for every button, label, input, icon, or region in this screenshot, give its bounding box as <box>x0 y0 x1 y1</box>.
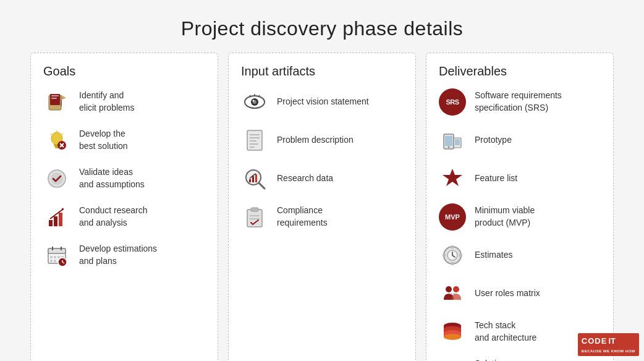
identify-icon <box>43 88 70 116</box>
svg-rect-19 <box>54 216 57 226</box>
svg-marker-62 <box>443 169 462 186</box>
svg-rect-27 <box>54 256 56 258</box>
list-item: Research data <box>241 165 403 192</box>
svg-marker-5 <box>61 95 66 100</box>
goals-heading: Goals <box>43 64 205 79</box>
goals-column: Goals Identify andelicit problems <box>30 53 218 361</box>
svg-rect-65 <box>451 245 454 248</box>
estimates-label: Estimates <box>475 249 512 261</box>
list-item: Problem description <box>241 127 403 154</box>
list-item: SRS Software requirementsspecification (… <box>439 88 601 116</box>
research-label: Conduct researchand analysis <box>79 205 148 229</box>
input-artifacts-heading: Input artifacts <box>241 64 403 79</box>
validate-icon <box>43 165 70 192</box>
svg-rect-54 <box>251 208 258 211</box>
svg-rect-68 <box>459 254 462 257</box>
user-roles-label: User roles matrix <box>475 287 540 300</box>
prototype-icon <box>439 127 466 154</box>
svg-rect-28 <box>57 256 60 258</box>
svg-rect-20 <box>59 213 62 226</box>
identify-label: Identify andelicit problems <box>79 90 134 114</box>
list-item: Prototype <box>439 127 601 154</box>
svg-rect-51 <box>252 176 254 182</box>
list-item: Estimates <box>439 242 601 269</box>
list-item: Develop thebest solution <box>43 127 205 154</box>
research-data-icon <box>241 165 268 192</box>
brand-it: IT <box>608 336 616 347</box>
page-title: Project discovery phase details <box>181 17 464 40</box>
tech-stack-label: Tech stackand architecture <box>475 320 536 344</box>
svg-rect-23 <box>48 248 66 253</box>
prototype-label: Prototype <box>475 134 512 147</box>
svg-rect-52 <box>255 174 257 182</box>
svg-rect-61 <box>455 139 460 145</box>
mvp-icon: MVP <box>439 203 466 231</box>
problem-desc-icon <box>241 127 268 154</box>
feature-list-label: Feature list <box>475 172 517 185</box>
svg-rect-67 <box>443 254 446 257</box>
svg-point-59 <box>448 147 450 148</box>
svg-rect-18 <box>49 220 53 226</box>
svg-point-71 <box>446 286 452 292</box>
svg-rect-31 <box>54 260 56 262</box>
list-item: Compliancerequirements <box>241 203 403 231</box>
list-item: Conduct researchand analysis <box>43 203 205 231</box>
estimates-icon <box>439 242 466 269</box>
problem-desc-label: Problem description <box>277 134 354 147</box>
vision-label: Project vision statement <box>277 96 369 108</box>
svg-rect-26 <box>50 256 53 258</box>
compliance-icon <box>241 203 268 231</box>
compliance-label: Compliancerequirements <box>277 205 328 229</box>
roadmap-icon <box>439 357 466 361</box>
svg-rect-30 <box>50 260 53 262</box>
validate-label: Validate ideasand assumptions <box>79 166 145 190</box>
brand-tagline: BECAUSE WE KNOW HOW <box>582 349 635 354</box>
svg-rect-2 <box>51 95 59 96</box>
svg-rect-50 <box>249 179 251 182</box>
list-item: Identify andelicit problems <box>43 88 205 116</box>
svg-line-49 <box>259 183 265 189</box>
srs-icon: SRS <box>439 88 466 116</box>
svg-rect-3 <box>51 98 57 99</box>
estimations-icon <box>43 242 70 269</box>
svg-point-38 <box>253 100 255 102</box>
develop-solution-icon <box>43 127 70 154</box>
research-icon <box>43 203 70 231</box>
deliverables-column: Deliverables SRS Software requirementssp… <box>426 53 614 361</box>
brand-code: CODE <box>582 336 608 347</box>
svg-rect-53 <box>247 210 262 227</box>
svg-line-11 <box>62 134 63 135</box>
estimations-label: Develop estimationsand plans <box>79 243 157 267</box>
develop-solution-label: Develop thebest solution <box>79 128 128 152</box>
mvp-label: Minimum viableproduct (MVP) <box>475 205 535 229</box>
user-roles-icon <box>439 280 466 307</box>
list-item: Develop estimationsand plans <box>43 242 205 269</box>
list-item: Project vision statement <box>241 88 403 116</box>
list-item: Feature list <box>439 165 601 192</box>
brand-badge: CODE IT BECAUSE WE KNOW HOW <box>578 333 639 356</box>
svg-point-72 <box>453 286 459 292</box>
research-data-label: Research data <box>277 172 333 185</box>
list-item: Validate ideasand assumptions <box>43 165 205 192</box>
list-item: User roles matrix <box>439 280 601 307</box>
list-item: MVP Minimum viableproduct (MVP) <box>439 203 601 231</box>
vision-icon <box>241 88 268 116</box>
svg-line-12 <box>51 134 52 135</box>
list-item: Tech stackand architecture <box>439 318 601 346</box>
feature-list-icon <box>439 165 466 192</box>
tech-stack-icon <box>439 318 466 346</box>
srs-label: Software requirementsspecification (SRS) <box>475 90 562 114</box>
roadmap-label: Solutiondevelopment roadmap <box>475 358 561 361</box>
deliverables-heading: Deliverables <box>439 64 601 79</box>
input-artifacts-column: Input artifacts Project vision statement <box>228 53 416 361</box>
columns-wrapper: Goals Identify andelicit problems <box>25 53 619 361</box>
svg-rect-66 <box>451 262 454 265</box>
list-item: Solutiondevelopment roadmap <box>439 357 601 361</box>
svg-point-80 <box>444 334 461 340</box>
svg-rect-58 <box>445 136 452 146</box>
